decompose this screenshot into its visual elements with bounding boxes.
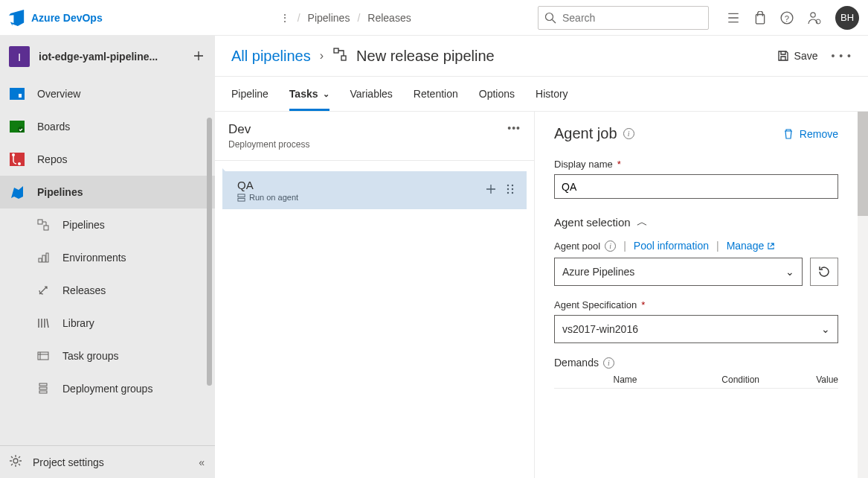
sidebar-subitem-deployment-groups[interactable]: Deployment groups [0, 372, 215, 405]
search-box[interactable] [538, 6, 709, 30]
sidebar-subitem-releases[interactable]: Releases [0, 274, 215, 307]
all-pipelines-link[interactable]: All pipelines [231, 48, 311, 65]
pool-information-link[interactable]: Pool information [634, 240, 709, 252]
breadcrumb-pipelines[interactable]: Pipelines [308, 12, 350, 24]
svg-rect-22 [39, 391, 47, 393]
brand-logo[interactable]: Azure DevOps [9, 10, 103, 26]
svg-rect-16 [39, 258, 42, 262]
sidebar-subitem-label: Library [62, 317, 94, 329]
gear-icon [9, 454, 22, 470]
save-icon [777, 50, 789, 62]
agent-pool-select[interactable]: Azure Pipelines ⌄ [554, 258, 803, 286]
breadcrumb-releases[interactable]: Releases [367, 12, 411, 24]
demands-table-header: Name Condition Value [554, 375, 838, 389]
more-vertical-icon[interactable]: ⋮ [280, 12, 290, 24]
svg-rect-7 [10, 88, 25, 100]
sidebar-item-label: Pipelines [37, 186, 83, 198]
help-icon[interactable]: ? [780, 11, 794, 25]
demands-label: Demands i [554, 357, 838, 369]
sidebar-item-repos[interactable]: Repos [0, 143, 215, 176]
main-area: All pipelines › New release pipeline Sav… [215, 36, 868, 478]
top-icons: ? [727, 10, 822, 25]
sidebar-scrollbar[interactable] [207, 118, 212, 386]
project-name: iot-edge-yaml-pipeline... [39, 51, 184, 63]
svg-point-12 [12, 153, 15, 156]
agent-job-row[interactable]: QA Run on agent [222, 168, 527, 209]
tab-variables[interactable]: Variables [350, 77, 393, 111]
svg-point-28 [507, 185, 509, 186]
tab-pipeline[interactable]: Pipeline [231, 77, 269, 111]
sidebar-item-label: Repos [37, 153, 67, 165]
stage-header[interactable]: Dev Deployment process ••• [215, 112, 534, 161]
svg-rect-21 [39, 387, 47, 389]
sidebar-subitem-library[interactable]: Library [0, 307, 215, 340]
sidebar-subitem-label: Environments [62, 252, 126, 264]
sidebar-item-boards[interactable]: Boards [0, 110, 215, 143]
stage-name: Dev [228, 122, 309, 137]
svg-rect-11 [10, 153, 25, 166]
project-settings[interactable]: Project settings « [0, 445, 215, 478]
svg-point-13 [18, 162, 21, 165]
azure-devops-icon [9, 10, 25, 26]
search-input[interactable] [562, 12, 702, 24]
drag-handle-icon[interactable] [504, 183, 516, 197]
panel-title: Agent job i [554, 125, 634, 142]
sidebar-subitem-environments[interactable]: Environments [0, 241, 215, 274]
info-icon[interactable]: i [603, 357, 614, 369]
chevron-down-icon: ⌄ [785, 266, 794, 278]
server-icon [237, 194, 245, 202]
tab-retention[interactable]: Retention [414, 77, 458, 111]
svg-text:?: ? [785, 13, 789, 22]
avatar[interactable]: BH [835, 6, 859, 30]
job-subtitle: Run on agent [237, 193, 478, 202]
details-column: Agent job i Remove Display name* Agen [535, 112, 858, 478]
tab-options[interactable]: Options [479, 77, 515, 111]
manage-link[interactable]: Manage [727, 240, 776, 252]
more-actions[interactable]: • • • [832, 50, 852, 62]
tab-history[interactable]: History [536, 77, 568, 111]
breadcrumb-top: ⋮ / Pipelines / Releases [280, 12, 411, 24]
info-icon[interactable]: i [605, 240, 616, 252]
sidebar-item-overview[interactable]: Overview [0, 77, 215, 110]
svg-point-23 [13, 459, 18, 463]
chevron-up-icon: ︿ [637, 215, 648, 229]
tab-tasks[interactable]: Tasks⌄ [289, 77, 329, 111]
refresh-button[interactable] [810, 258, 838, 286]
overview-icon [9, 86, 25, 101]
user-settings-icon[interactable] [807, 10, 822, 25]
top-nav: Azure DevOps ⋮ / Pipelines / Releases ? … [0, 0, 868, 36]
agent-spec-select[interactable]: vs2017-win2016 ⌄ [554, 315, 838, 343]
svg-point-32 [507, 192, 509, 194]
releases-icon [37, 284, 52, 296]
search-icon [544, 12, 556, 24]
agent-selection-header[interactable]: Agent selection ︿ [554, 215, 838, 229]
repos-icon [9, 152, 25, 167]
sidebar-item-pipelines[interactable]: Pipelines [0, 176, 215, 208]
shopping-bag-icon[interactable] [753, 11, 767, 25]
svg-rect-25 [341, 56, 346, 60]
add-task-icon[interactable] [485, 183, 497, 197]
save-button[interactable]: Save [777, 50, 818, 62]
sidebar: I iot-edge-yaml-pipeline... Overview Boa… [0, 36, 215, 478]
job-name: QA [237, 179, 478, 191]
project-row[interactable]: I iot-edge-yaml-pipeline... [0, 36, 215, 77]
details-scrollbar[interactable] [858, 112, 868, 478]
breadcrumb-sep: / [357, 12, 360, 24]
svg-rect-8 [19, 94, 22, 98]
plus-icon[interactable] [193, 50, 205, 64]
sidebar-subitem-pipelines[interactable]: Pipelines [0, 208, 215, 241]
svg-rect-18 [46, 253, 48, 262]
list-icon[interactable] [727, 11, 740, 25]
svg-point-0 [546, 13, 553, 20]
svg-rect-15 [44, 226, 48, 230]
agent-pool-label: Agent pool i [554, 240, 616, 252]
stage-more-icon[interactable]: ••• [507, 122, 521, 134]
info-icon[interactable]: i [623, 128, 634, 139]
sidebar-subitem-label: Releases [62, 284, 106, 296]
remove-button[interactable]: Remove [782, 128, 838, 140]
svg-point-29 [512, 185, 513, 186]
agent-spec-label: Agent Specification* [554, 299, 838, 310]
display-name-input[interactable] [554, 174, 838, 199]
sidebar-subitem-task-groups[interactable]: Task groups [0, 340, 215, 372]
collapse-icon[interactable]: « [199, 456, 205, 468]
